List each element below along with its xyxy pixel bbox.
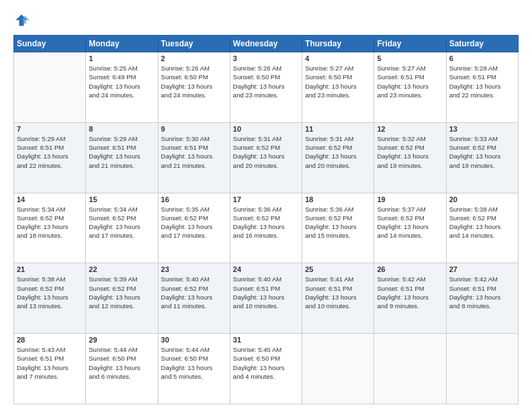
calendar-cell bbox=[446, 334, 518, 404]
calendar-cell: 24Sunrise: 5:40 AM Sunset: 6:51 PM Dayli… bbox=[230, 263, 302, 334]
day-info: Sunrise: 5:38 AM Sunset: 6:52 PM Dayligh… bbox=[17, 275, 83, 310]
day-number: 27 bbox=[449, 265, 515, 273]
day-number: 12 bbox=[377, 125, 443, 133]
calendar-week-row: 28Sunrise: 5:43 AM Sunset: 6:51 PM Dayli… bbox=[14, 334, 519, 404]
day-info: Sunrise: 5:30 AM Sunset: 6:51 PM Dayligh… bbox=[161, 134, 227, 170]
day-number: 9 bbox=[161, 125, 227, 133]
day-number: 28 bbox=[17, 336, 83, 344]
calendar-cell bbox=[302, 334, 374, 404]
weekday-header-monday: Monday bbox=[86, 36, 158, 52]
calendar-cell: 29Sunrise: 5:44 AM Sunset: 6:50 PM Dayli… bbox=[86, 334, 158, 404]
day-info: Sunrise: 5:27 AM Sunset: 6:50 PM Dayligh… bbox=[305, 64, 371, 99]
calendar-cell: 23Sunrise: 5:40 AM Sunset: 6:52 PM Dayli… bbox=[158, 263, 230, 334]
calendar-cell: 19Sunrise: 5:37 AM Sunset: 6:52 PM Dayli… bbox=[374, 193, 446, 263]
weekday-header-wednesday: Wednesday bbox=[230, 36, 302, 52]
calendar-cell: 21Sunrise: 5:38 AM Sunset: 6:52 PM Dayli… bbox=[14, 263, 86, 334]
day-info: Sunrise: 5:40 AM Sunset: 6:51 PM Dayligh… bbox=[233, 275, 299, 310]
calendar-cell: 14Sunrise: 5:34 AM Sunset: 6:52 PM Dayli… bbox=[14, 193, 86, 263]
day-number: 31 bbox=[233, 336, 299, 344]
calendar-cell: 2Sunrise: 5:26 AM Sunset: 6:50 PM Daylig… bbox=[158, 52, 230, 123]
day-number: 11 bbox=[305, 125, 371, 133]
weekday-row: SundayMondayTuesdayWednesdayThursdayFrid… bbox=[14, 36, 519, 52]
day-info: Sunrise: 5:34 AM Sunset: 6:52 PM Dayligh… bbox=[17, 205, 83, 240]
calendar-cell: 18Sunrise: 5:36 AM Sunset: 6:52 PM Dayli… bbox=[302, 193, 374, 263]
page: SundayMondayTuesdayWednesdayThursdayFrid… bbox=[0, 0, 532, 411]
logo-icon bbox=[13, 12, 30, 28]
day-number: 30 bbox=[161, 336, 227, 344]
calendar-week-row: 21Sunrise: 5:38 AM Sunset: 6:52 PM Dayli… bbox=[14, 263, 519, 334]
day-info: Sunrise: 5:29 AM Sunset: 6:51 PM Dayligh… bbox=[89, 134, 154, 170]
calendar-week-row: 1Sunrise: 5:25 AM Sunset: 6:49 PM Daylig… bbox=[14, 52, 519, 123]
calendar-cell: 6Sunrise: 5:28 AM Sunset: 6:51 PM Daylig… bbox=[446, 52, 518, 123]
calendar-cell: 12Sunrise: 5:32 AM Sunset: 6:52 PM Dayli… bbox=[374, 122, 446, 193]
day-info: Sunrise: 5:35 AM Sunset: 6:52 PM Dayligh… bbox=[161, 205, 227, 240]
day-info: Sunrise: 5:27 AM Sunset: 6:51 PM Dayligh… bbox=[377, 64, 443, 99]
day-info: Sunrise: 5:31 AM Sunset: 6:52 PM Dayligh… bbox=[233, 134, 299, 170]
calendar-cell: 17Sunrise: 5:36 AM Sunset: 6:52 PM Dayli… bbox=[230, 193, 302, 263]
day-number: 8 bbox=[89, 125, 154, 133]
day-info: Sunrise: 5:36 AM Sunset: 6:52 PM Dayligh… bbox=[305, 205, 371, 240]
calendar-cell: 10Sunrise: 5:31 AM Sunset: 6:52 PM Dayli… bbox=[230, 122, 302, 193]
calendar-cell: 16Sunrise: 5:35 AM Sunset: 6:52 PM Dayli… bbox=[158, 193, 230, 263]
calendar-cell: 20Sunrise: 5:38 AM Sunset: 6:52 PM Dayli… bbox=[446, 193, 518, 263]
day-number: 16 bbox=[161, 195, 227, 203]
weekday-header-thursday: Thursday bbox=[302, 36, 374, 52]
day-info: Sunrise: 5:28 AM Sunset: 6:51 PM Dayligh… bbox=[449, 64, 515, 99]
day-number: 2 bbox=[161, 54, 227, 62]
weekday-header-friday: Friday bbox=[374, 36, 446, 52]
day-number: 14 bbox=[17, 195, 83, 203]
day-number: 4 bbox=[305, 54, 371, 62]
calendar-cell: 8Sunrise: 5:29 AM Sunset: 6:51 PM Daylig… bbox=[86, 122, 158, 193]
day-info: Sunrise: 5:44 AM Sunset: 6:50 PM Dayligh… bbox=[161, 345, 227, 381]
day-number: 17 bbox=[233, 195, 299, 203]
day-info: Sunrise: 5:40 AM Sunset: 6:52 PM Dayligh… bbox=[161, 275, 227, 310]
calendar-week-row: 14Sunrise: 5:34 AM Sunset: 6:52 PM Dayli… bbox=[14, 193, 519, 263]
day-info: Sunrise: 5:44 AM Sunset: 6:50 PM Dayligh… bbox=[89, 345, 154, 381]
day-number: 1 bbox=[89, 54, 154, 62]
day-info: Sunrise: 5:31 AM Sunset: 6:52 PM Dayligh… bbox=[305, 134, 371, 170]
calendar-cell: 11Sunrise: 5:31 AM Sunset: 6:52 PM Dayli… bbox=[302, 122, 374, 193]
calendar-cell: 15Sunrise: 5:34 AM Sunset: 6:52 PM Dayli… bbox=[86, 193, 158, 263]
calendar-cell: 27Sunrise: 5:42 AM Sunset: 6:51 PM Dayli… bbox=[446, 263, 518, 334]
calendar-cell: 28Sunrise: 5:43 AM Sunset: 6:51 PM Dayli… bbox=[14, 334, 86, 404]
day-number: 3 bbox=[233, 54, 299, 62]
day-info: Sunrise: 5:25 AM Sunset: 6:49 PM Dayligh… bbox=[89, 64, 154, 99]
calendar-cell bbox=[14, 52, 86, 123]
day-info: Sunrise: 5:33 AM Sunset: 6:52 PM Dayligh… bbox=[449, 134, 515, 170]
calendar-cell: 7Sunrise: 5:29 AM Sunset: 6:51 PM Daylig… bbox=[14, 122, 86, 193]
day-info: Sunrise: 5:34 AM Sunset: 6:52 PM Dayligh… bbox=[89, 205, 154, 240]
day-number: 6 bbox=[449, 54, 515, 62]
day-info: Sunrise: 5:41 AM Sunset: 6:51 PM Dayligh… bbox=[305, 275, 371, 310]
day-number: 21 bbox=[17, 265, 83, 273]
logo bbox=[13, 12, 32, 28]
day-number: 25 bbox=[305, 265, 371, 273]
calendar-cell: 4Sunrise: 5:27 AM Sunset: 6:50 PM Daylig… bbox=[302, 52, 374, 123]
calendar-cell: 31Sunrise: 5:45 AM Sunset: 6:50 PM Dayli… bbox=[230, 334, 302, 404]
day-info: Sunrise: 5:37 AM Sunset: 6:52 PM Dayligh… bbox=[377, 205, 443, 240]
day-number: 20 bbox=[449, 195, 515, 203]
day-info: Sunrise: 5:26 AM Sunset: 6:50 PM Dayligh… bbox=[233, 64, 299, 99]
day-info: Sunrise: 5:29 AM Sunset: 6:51 PM Dayligh… bbox=[17, 134, 83, 170]
calendar-body: 1Sunrise: 5:25 AM Sunset: 6:49 PM Daylig… bbox=[14, 52, 519, 404]
day-info: Sunrise: 5:38 AM Sunset: 6:52 PM Dayligh… bbox=[449, 205, 515, 240]
header bbox=[13, 12, 519, 28]
day-number: 26 bbox=[377, 265, 443, 273]
calendar-week-row: 7Sunrise: 5:29 AM Sunset: 6:51 PM Daylig… bbox=[14, 122, 519, 193]
day-info: Sunrise: 5:42 AM Sunset: 6:51 PM Dayligh… bbox=[377, 275, 443, 310]
calendar-cell: 22Sunrise: 5:39 AM Sunset: 6:52 PM Dayli… bbox=[86, 263, 158, 334]
calendar-cell: 3Sunrise: 5:26 AM Sunset: 6:50 PM Daylig… bbox=[230, 52, 302, 123]
calendar-cell: 1Sunrise: 5:25 AM Sunset: 6:49 PM Daylig… bbox=[86, 52, 158, 123]
weekday-header-sunday: Sunday bbox=[14, 36, 86, 52]
day-number: 10 bbox=[233, 125, 299, 133]
weekday-header-tuesday: Tuesday bbox=[158, 36, 230, 52]
calendar-cell: 9Sunrise: 5:30 AM Sunset: 6:51 PM Daylig… bbox=[158, 122, 230, 193]
day-number: 13 bbox=[449, 125, 515, 133]
calendar-cell: 26Sunrise: 5:42 AM Sunset: 6:51 PM Dayli… bbox=[374, 263, 446, 334]
day-info: Sunrise: 5:36 AM Sunset: 6:52 PM Dayligh… bbox=[233, 205, 299, 240]
day-info: Sunrise: 5:42 AM Sunset: 6:51 PM Dayligh… bbox=[449, 275, 515, 310]
calendar-cell bbox=[374, 334, 446, 404]
day-number: 15 bbox=[89, 195, 154, 203]
calendar-cell: 25Sunrise: 5:41 AM Sunset: 6:51 PM Dayli… bbox=[302, 263, 374, 334]
day-info: Sunrise: 5:45 AM Sunset: 6:50 PM Dayligh… bbox=[233, 345, 299, 381]
day-number: 7 bbox=[17, 125, 83, 133]
